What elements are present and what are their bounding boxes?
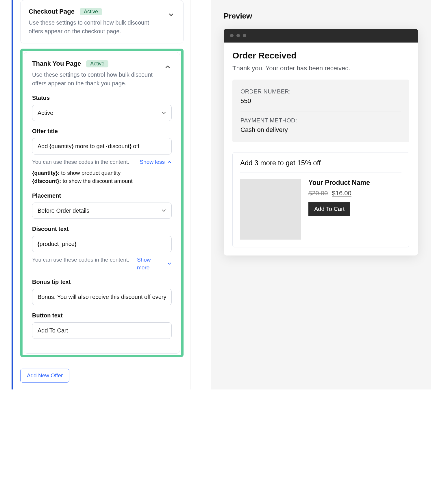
chevron-up-icon — [167, 160, 172, 164]
show-more-toggle[interactable]: Show more — [137, 256, 172, 272]
chevron-up-icon — [165, 64, 171, 70]
discount-text-label: Discount text — [32, 226, 172, 232]
codes-hint: You can use these codes in the content. — [32, 256, 130, 264]
add-to-cart-button[interactable]: Add To Cart — [308, 202, 350, 216]
code-key: {quantity}: — [32, 170, 60, 176]
offer-box: Add 3 more to get 15% off Your Product N… — [232, 152, 409, 247]
browser-titlebar — [224, 29, 418, 43]
status-badge: Active — [86, 60, 108, 67]
page-title: Order Received — [232, 51, 409, 60]
order-number-key: ORDER NUMBER: — [240, 88, 401, 95]
thank-you-page-card: Thank You Page Active Use these settings… — [24, 52, 180, 354]
show-less-toggle[interactable]: Show less — [140, 158, 172, 166]
button-text-input[interactable] — [32, 322, 172, 339]
expand-toggle[interactable] — [167, 11, 175, 19]
code-desc: to show the discount amount — [61, 178, 132, 184]
status-badge: Active — [80, 8, 102, 15]
codes-hint: You can use these codes in the content. — [32, 158, 133, 166]
browser-frame: Order Received Thank you. Your order has… — [224, 29, 418, 255]
new-price: $16.00 — [332, 190, 351, 197]
show-more-label: Show more — [137, 256, 165, 272]
bonus-tip-label: Bonus tip text — [32, 279, 172, 285]
payment-method-key: PAYMENT METHOD: — [240, 117, 401, 124]
status-select[interactable]: Active — [32, 105, 172, 121]
preview-label: Preview — [224, 12, 418, 21]
code-desc: to show product quantity — [60, 170, 121, 176]
checkout-page-card: Checkout Page Active Use these settings … — [20, 0, 184, 43]
offer-title-input[interactable] — [32, 138, 172, 155]
offer-title: Add 3 more to get 15% off — [240, 159, 401, 167]
settings-panel: Checkout Page Active Use these settings … — [12, 0, 191, 389]
card-title: Thank You Page — [32, 60, 81, 67]
code-key: {discount}: — [32, 178, 61, 184]
window-dot-icon — [230, 34, 234, 37]
window-dot-icon — [236, 34, 240, 37]
collapse-toggle[interactable] — [164, 63, 172, 71]
offer-title-label: Offer title — [32, 128, 172, 135]
discount-text-input[interactable] — [32, 236, 172, 252]
product-image-placeholder — [240, 179, 301, 240]
chevron-down-icon — [167, 261, 172, 266]
card-title: Checkout Page — [29, 8, 75, 15]
product-name: Your Product Name — [308, 179, 370, 187]
placement-select[interactable]: Before Order details — [32, 203, 172, 219]
old-price: $20.00 — [308, 190, 328, 197]
show-less-label: Show less — [140, 158, 165, 166]
window-dot-icon — [243, 34, 246, 37]
codes-list: {quantity}: to show product quantity {di… — [32, 169, 172, 185]
card-description: Use these settings to control how bulk d… — [29, 18, 164, 36]
add-new-offer-button[interactable]: Add New Offer — [20, 369, 69, 383]
order-number-value: 550 — [240, 97, 401, 105]
status-label: Status — [32, 95, 172, 101]
button-text-label: Button text — [32, 312, 172, 319]
card-description: Use these settings to control how bulk d… — [32, 70, 160, 88]
bonus-tip-input[interactable] — [32, 289, 172, 305]
page-subtitle: Thank you. Your order has been received. — [232, 65, 409, 72]
chevron-down-icon — [168, 12, 174, 18]
order-summary-box: ORDER NUMBER: 550 PAYMENT METHOD: Cash o… — [232, 80, 409, 142]
highlighted-card: Thank You Page Active Use these settings… — [20, 49, 184, 357]
preview-panel: Preview Order Received Thank you. Your o… — [211, 0, 431, 389]
placement-label: Placement — [32, 192, 172, 199]
payment-method-value: Cash on delivery — [240, 126, 401, 134]
